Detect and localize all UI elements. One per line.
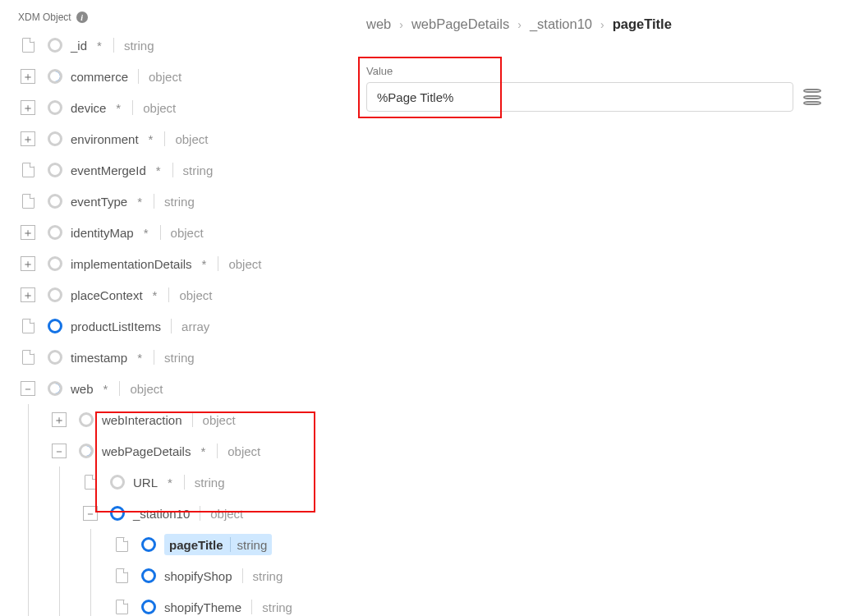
collapse-icon[interactable]: － — [52, 444, 67, 458]
expand-icon[interactable]: ＋ — [21, 69, 35, 84]
asterisk-icon: * — [95, 39, 103, 53]
indent-guide — [48, 467, 71, 498]
node-type: object — [143, 101, 176, 115]
status-indicator-empty — [48, 38, 62, 53]
indent-guide — [79, 591, 102, 616]
status-indicator-full — [48, 319, 62, 333]
node-type: object — [203, 413, 236, 427]
node-type: object — [175, 132, 208, 146]
tree-row[interactable]: －_station10object — [16, 498, 345, 529]
breadcrumb-item: pageTitle — [613, 16, 672, 32]
asterisk-icon: * — [142, 226, 150, 240]
separator — [172, 163, 173, 177]
document-icon — [116, 600, 128, 614]
separator — [242, 568, 243, 583]
asterisk-icon: * — [199, 444, 207, 458]
breadcrumb-item[interactable]: webPageDetails — [411, 16, 509, 32]
status-indicator-partial — [79, 444, 94, 458]
separator — [119, 381, 120, 396]
tree-row[interactable]: －webPageDetails*object — [16, 435, 345, 467]
indent-guide — [16, 467, 39, 498]
collapse-icon[interactable]: － — [83, 506, 98, 521]
tree-row[interactable]: ＋webInteractionobject — [16, 404, 345, 435]
tree-row[interactable]: shopifyThemestring — [16, 591, 345, 616]
expand-icon[interactable]: ＋ — [52, 412, 67, 427]
tree-row[interactable]: pageTitlestring — [16, 529, 345, 560]
status-indicator-empty — [48, 131, 62, 146]
tree-row[interactable]: _id*string — [16, 30, 345, 61]
expand-icon[interactable]: ＋ — [21, 131, 35, 146]
indent-guide — [16, 529, 39, 560]
node-type: object — [210, 507, 243, 521]
database-icon[interactable] — [803, 88, 821, 106]
tree-row[interactable]: ＋implementationDetails*object — [16, 248, 345, 279]
tree-row[interactable]: productListItemsarray — [16, 310, 345, 342]
node-name: web — [71, 382, 94, 396]
indent-guide — [16, 498, 39, 529]
tree-row[interactable]: eventMergeId*string — [16, 154, 345, 186]
document-icon — [22, 194, 34, 209]
asterisk-icon: * — [147, 132, 155, 146]
tree-row[interactable]: －web*object — [16, 373, 345, 404]
asterisk-icon: * — [200, 257, 209, 271]
indent-guide — [79, 529, 102, 560]
expand-icon[interactable]: ＋ — [21, 100, 35, 115]
chevron-right-icon: › — [517, 18, 522, 31]
breadcrumb-item[interactable]: _station10 — [530, 16, 592, 32]
tree-row[interactable]: URL*string — [16, 467, 345, 498]
document-icon — [116, 537, 128, 552]
value-input[interactable] — [366, 82, 793, 112]
node-type: object — [130, 382, 163, 396]
separator — [192, 412, 193, 427]
expand-icon[interactable]: ＋ — [21, 225, 35, 240]
document-icon — [116, 568, 128, 583]
node-type: string — [253, 569, 283, 583]
expand-icon[interactable]: ＋ — [21, 287, 35, 302]
expand-icon[interactable]: ＋ — [21, 256, 35, 271]
indent-guide — [16, 591, 39, 616]
tree-row[interactable]: ＋commerceobject — [16, 61, 345, 92]
panel-header: XDM Object i — [18, 11, 345, 23]
indent-guide — [48, 560, 71, 591]
indent-guide — [48, 529, 71, 560]
node-name: _id — [71, 39, 87, 53]
status-indicator-empty — [48, 287, 62, 302]
breadcrumb-item[interactable]: web — [366, 16, 391, 32]
node-type: object — [227, 444, 260, 458]
node-type: object — [179, 288, 212, 302]
status-indicator-empty — [110, 475, 125, 490]
node-name: timestamp — [71, 351, 127, 365]
node-name: webPageDetails — [102, 444, 191, 458]
chevron-right-icon: › — [399, 18, 403, 31]
status-indicator-full — [110, 506, 125, 521]
tree-row[interactable]: shopifyShopstring — [16, 560, 345, 591]
separator — [154, 350, 154, 365]
node-type: string — [183, 163, 214, 177]
node-type: string — [164, 351, 195, 365]
asterisk-icon: * — [166, 476, 174, 490]
selected-node[interactable]: pageTitlestring — [164, 534, 272, 555]
tree-row[interactable]: timestamp*string — [16, 342, 345, 373]
panel-title: XDM Object — [18, 11, 71, 23]
value-label: Value — [366, 65, 825, 77]
node-name: eventMergeId — [71, 163, 146, 177]
node-type: array — [182, 319, 209, 333]
separator — [230, 537, 231, 552]
asterisk-icon: * — [102, 382, 110, 396]
separator — [160, 225, 161, 240]
status-indicator-empty — [48, 350, 62, 365]
node-name: shopifyShop — [164, 569, 232, 583]
tree-row[interactable]: ＋device*object — [16, 92, 345, 123]
tree-row[interactable]: ＋environment*object — [16, 123, 345, 154]
tree-row[interactable]: ＋placeContext*object — [16, 279, 345, 310]
node-type: string — [124, 39, 154, 53]
node-type: string — [164, 195, 195, 209]
indent-guide — [16, 560, 39, 591]
status-indicator-empty — [48, 163, 62, 177]
tree-row[interactable]: eventType*string — [16, 186, 345, 217]
tree-row[interactable]: ＋identityMap*object — [16, 217, 345, 248]
info-icon[interactable]: i — [76, 11, 88, 23]
collapse-icon[interactable]: － — [21, 381, 35, 396]
separator — [200, 506, 200, 521]
node-name: implementationDetails — [71, 257, 192, 271]
